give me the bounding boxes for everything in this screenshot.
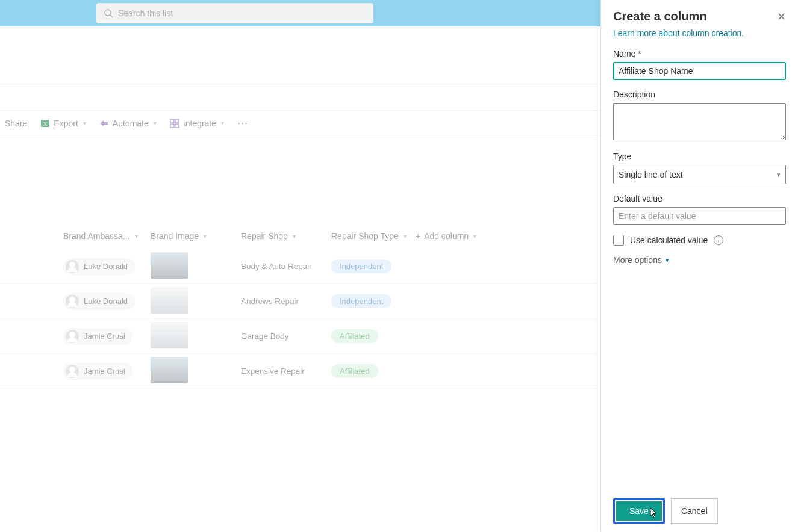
svg-rect-4 — [170, 119, 174, 123]
field-name: Name * — [613, 49, 786, 80]
automate-icon — [99, 119, 109, 128]
column-header-ambassador[interactable]: Brand Ambassa... — [63, 231, 151, 241]
default-value-input[interactable] — [613, 207, 786, 225]
column-header-label: Repair Shop Type — [331, 231, 399, 241]
brand-image-thumbnail[interactable] — [151, 357, 188, 383]
cursor-icon — [650, 507, 659, 519]
chevron-down-icon — [134, 233, 138, 240]
type-select-value: Single line of text — [619, 170, 683, 179]
chevron-down-icon — [220, 120, 224, 126]
repair-shop-cell: Garage Body — [241, 332, 331, 341]
save-button[interactable]: Save — [616, 501, 662, 521]
person-chip[interactable]: Luke Donald — [63, 293, 135, 310]
column-header-repair-shop-type[interactable]: Repair Shop Type — [331, 231, 416, 241]
person-chip[interactable]: Jamie Crust — [63, 328, 132, 345]
more-options-toggle[interactable]: More options ▾ — [613, 255, 786, 265]
search-input[interactable] — [118, 8, 366, 18]
person-chip[interactable]: Luke Donald — [63, 258, 135, 275]
person-chip[interactable]: Jamie Crust — [63, 363, 132, 380]
repair-shop-type-pill: Independent — [331, 294, 391, 308]
automate-button[interactable]: Automate — [99, 119, 157, 128]
repair-shop-type-pill: Affiliated — [331, 364, 378, 378]
export-button[interactable]: X Export — [40, 119, 86, 128]
search-icon — [104, 8, 113, 18]
ellipsis-icon: ··· — [237, 117, 248, 129]
svg-rect-6 — [170, 124, 174, 128]
plus-icon: + — [416, 231, 420, 241]
save-highlight: Save — [613, 498, 665, 524]
repair-shop-cell: Body & Auto Repair — [241, 262, 331, 271]
close-button[interactable]: ✕ — [777, 10, 786, 23]
info-icon[interactable]: i — [714, 235, 723, 245]
panel-body: Name * Description Type Single line of t… — [613, 49, 786, 491]
person-name: Jamie Crust — [84, 367, 125, 376]
chevron-down-icon — [402, 233, 407, 240]
default-value-label: Default value — [613, 194, 786, 203]
description-label: Description — [613, 90, 786, 99]
name-label: Name * — [613, 49, 786, 58]
repair-shop-cell: Andrews Repair — [241, 297, 331, 306]
repair-shop-type-pill: Affiliated — [331, 329, 378, 343]
column-header-repair-shop[interactable]: Repair Shop — [241, 231, 331, 241]
use-calculated-checkbox[interactable] — [613, 235, 624, 246]
chevron-down-icon — [472, 233, 476, 240]
type-select[interactable]: Single line of text ▾ — [613, 165, 786, 184]
export-label: Export — [54, 119, 78, 128]
type-label: Type — [613, 152, 786, 161]
chevron-down-icon — [82, 120, 86, 126]
brand-image-thumbnail[interactable] — [151, 322, 188, 348]
column-header-label: Brand Image — [151, 231, 199, 241]
command-bar: Share X Export Automate Integrate ··· — [0, 111, 600, 135]
svg-rect-5 — [175, 119, 179, 123]
more-options-label: More options — [613, 255, 662, 265]
field-default-value: Default value — [613, 194, 786, 225]
chevron-down-icon — [202, 233, 207, 240]
svg-line-1 — [110, 15, 113, 17]
panel-header: Create a column ✕ — [613, 10, 786, 23]
use-calculated-label: Use calculated value — [630, 235, 708, 245]
integrate-label: Integrate — [183, 119, 216, 128]
table-row[interactable]: Jamie CrustGarage BodyAffiliated — [0, 319, 600, 354]
search-box[interactable] — [96, 3, 373, 23]
svg-rect-7 — [175, 124, 179, 128]
column-header-brand-image[interactable]: Brand Image — [151, 231, 241, 241]
chevron-down-icon: ▾ — [777, 171, 781, 179]
column-header-label: Repair Shop — [241, 231, 288, 241]
add-column-button[interactable]: + Add column — [416, 231, 500, 241]
repair-shop-type-pill: Independent — [331, 259, 391, 273]
brand-image-thumbnail[interactable] — [151, 287, 188, 314]
save-label: Save — [629, 506, 649, 516]
person-name: Jamie Crust — [84, 332, 125, 341]
brand-image-thumbnail[interactable] — [151, 252, 188, 279]
cancel-label: Cancel — [681, 506, 708, 516]
grid-header-row: Brand Ambassa... Brand Image Repair Shop… — [0, 223, 600, 249]
use-calculated-row: Use calculated value i — [613, 235, 786, 246]
table-row[interactable]: Luke DonaldAndrews RepairIndependent — [0, 284, 600, 319]
excel-icon: X — [40, 119, 50, 128]
panel-footer: Save Cancel — [613, 491, 786, 524]
chevron-down-icon — [291, 233, 296, 240]
svg-text:X: X — [43, 121, 48, 127]
chevron-down-icon — [152, 120, 157, 126]
avatar — [66, 295, 79, 308]
svg-point-0 — [105, 10, 111, 16]
repair-shop-cell: Expensive Repair — [241, 367, 331, 376]
table-row[interactable]: Jamie CrustExpensive RepairAffiliated — [0, 354, 600, 389]
description-input[interactable] — [613, 103, 786, 140]
person-name: Luke Donald — [84, 262, 128, 271]
avatar — [66, 260, 79, 273]
learn-more-link[interactable]: Learn more about column creation. — [613, 28, 786, 38]
integrate-button[interactable]: Integrate — [170, 119, 224, 128]
cancel-button[interactable]: Cancel — [671, 498, 718, 524]
person-name: Luke Donald — [84, 297, 128, 306]
data-grid: Brand Ambassa... Brand Image Repair Shop… — [0, 181, 600, 389]
table-row[interactable]: Luke DonaldBody & Auto RepairIndependent — [0, 249, 600, 284]
share-button[interactable]: Share — [5, 119, 27, 128]
more-commands-button[interactable]: ··· — [237, 117, 248, 129]
share-label: Share — [5, 119, 27, 128]
field-description: Description — [613, 90, 786, 142]
panel-title: Create a column — [613, 10, 707, 23]
avatar — [66, 365, 79, 378]
name-input[interactable] — [613, 62, 786, 80]
column-header-label: Brand Ambassa... — [63, 231, 130, 241]
